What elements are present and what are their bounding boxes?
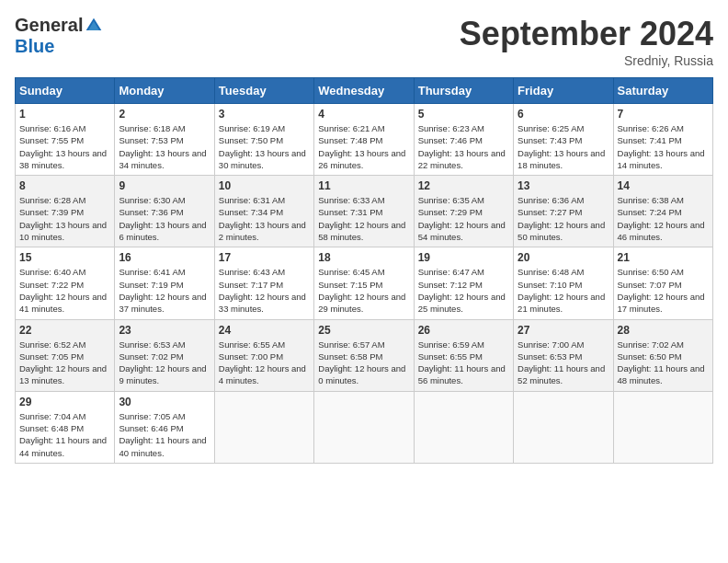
day-number: 29 — [19, 396, 110, 408]
day-info: Sunrise: 7:00 AM Sunset: 6:53 PM Dayligh… — [518, 339, 609, 387]
day-info: Sunrise: 6:52 AM Sunset: 7:05 PM Dayligh… — [19, 339, 110, 387]
logo-blue-text: Blue — [15, 36, 54, 57]
day-number: 17 — [219, 251, 310, 264]
day-number: 26 — [418, 324, 509, 337]
calendar-cell: 21 Sunrise: 6:50 AM Sunset: 7:07 PM Dayl… — [613, 247, 712, 319]
day-info: Sunrise: 6:45 AM Sunset: 7:15 PM Dayligh… — [318, 266, 409, 315]
day-number: 23 — [119, 324, 210, 337]
day-info: Sunrise: 7:05 AM Sunset: 6:46 PM Dayligh… — [119, 410, 210, 459]
col-thursday: Thursday — [414, 78, 513, 104]
month-title: September 2024 — [460, 15, 713, 53]
day-number: 1 — [19, 108, 110, 121]
day-number: 9 — [119, 179, 210, 192]
day-info: Sunrise: 6:43 AM Sunset: 7:17 PM Dayligh… — [219, 266, 310, 315]
logo: General Blue — [15, 15, 103, 57]
day-number: 4 — [318, 108, 409, 121]
day-info: Sunrise: 6:40 AM Sunset: 7:22 PM Dayligh… — [19, 266, 110, 315]
calendar-cell: 5 Sunrise: 6:23 AM Sunset: 7:46 PM Dayli… — [414, 104, 513, 176]
day-info: Sunrise: 6:41 AM Sunset: 7:19 PM Dayligh… — [119, 266, 210, 315]
day-info: Sunrise: 6:18 AM Sunset: 7:53 PM Dayligh… — [119, 122, 210, 171]
calendar-cell — [214, 391, 313, 463]
day-info: Sunrise: 6:31 AM Sunset: 7:34 PM Dayligh… — [219, 194, 310, 243]
calendar-cell: 16 Sunrise: 6:41 AM Sunset: 7:19 PM Dayl… — [115, 247, 214, 319]
day-number: 8 — [19, 179, 110, 192]
day-number: 13 — [518, 179, 609, 192]
calendar-cell: 26 Sunrise: 6:59 AM Sunset: 6:55 PM Dayl… — [414, 319, 513, 391]
day-number: 12 — [418, 179, 509, 192]
col-tuesday: Tuesday — [214, 78, 313, 104]
calendar-cell: 15 Sunrise: 6:40 AM Sunset: 7:22 PM Dayl… — [16, 247, 115, 319]
col-friday: Friday — [514, 78, 613, 104]
day-number: 19 — [418, 251, 509, 264]
calendar-cell — [514, 391, 613, 463]
day-info: Sunrise: 6:48 AM Sunset: 7:10 PM Dayligh… — [518, 266, 609, 315]
calendar-cell: 1 Sunrise: 6:16 AM Sunset: 7:55 PM Dayli… — [16, 104, 115, 176]
day-info: Sunrise: 6:26 AM Sunset: 7:41 PM Dayligh… — [618, 122, 709, 171]
calendar-cell: 4 Sunrise: 6:21 AM Sunset: 7:48 PM Dayli… — [314, 104, 414, 176]
calendar-cell: 18 Sunrise: 6:45 AM Sunset: 7:15 PM Dayl… — [314, 247, 414, 319]
calendar-table: Sunday Monday Tuesday Wednesday Thursday… — [15, 77, 713, 464]
day-number: 2 — [119, 108, 210, 121]
day-info: Sunrise: 6:55 AM Sunset: 7:00 PM Dayligh… — [219, 339, 310, 387]
calendar-cell: 2 Sunrise: 6:18 AM Sunset: 7:53 PM Dayli… — [115, 104, 214, 176]
calendar-cell: 30 Sunrise: 7:05 AM Sunset: 6:46 PM Dayl… — [115, 391, 214, 463]
logo-icon — [85, 17, 103, 35]
calendar-cell: 3 Sunrise: 6:19 AM Sunset: 7:50 PM Dayli… — [214, 104, 313, 176]
calendar-week-row: 1 Sunrise: 6:16 AM Sunset: 7:55 PM Dayli… — [16, 104, 713, 176]
col-wednesday: Wednesday — [314, 78, 414, 104]
day-number: 24 — [219, 324, 310, 337]
col-saturday: Saturday — [613, 78, 712, 104]
col-sunday: Sunday — [16, 78, 115, 104]
calendar-cell: 17 Sunrise: 6:43 AM Sunset: 7:17 PM Dayl… — [214, 247, 313, 319]
calendar-week-row: 15 Sunrise: 6:40 AM Sunset: 7:22 PM Dayl… — [16, 247, 713, 319]
calendar-cell: 25 Sunrise: 6:57 AM Sunset: 6:58 PM Dayl… — [314, 319, 414, 391]
day-number: 18 — [318, 251, 409, 264]
day-info: Sunrise: 6:53 AM Sunset: 7:02 PM Dayligh… — [119, 339, 210, 387]
day-number: 10 — [219, 179, 310, 192]
page-header: General Blue September 2024 Sredniy, Rus… — [15, 15, 713, 68]
day-info: Sunrise: 6:38 AM Sunset: 7:24 PM Dayligh… — [618, 194, 709, 243]
day-number: 30 — [119, 396, 210, 408]
day-number: 11 — [318, 179, 409, 192]
day-info: Sunrise: 6:30 AM Sunset: 7:36 PM Dayligh… — [119, 194, 210, 243]
day-number: 20 — [518, 251, 609, 264]
day-number: 21 — [618, 251, 709, 264]
day-info: Sunrise: 6:23 AM Sunset: 7:46 PM Dayligh… — [418, 122, 509, 171]
calendar-cell: 24 Sunrise: 6:55 AM Sunset: 7:00 PM Dayl… — [214, 319, 313, 391]
day-number: 25 — [318, 324, 409, 337]
day-info: Sunrise: 6:59 AM Sunset: 6:55 PM Dayligh… — [418, 339, 509, 387]
day-info: Sunrise: 6:25 AM Sunset: 7:43 PM Dayligh… — [518, 122, 609, 171]
day-info: Sunrise: 7:02 AM Sunset: 6:50 PM Dayligh… — [618, 339, 709, 387]
location: Sredniy, Russia — [460, 53, 713, 68]
calendar-cell: 22 Sunrise: 6:52 AM Sunset: 7:05 PM Dayl… — [16, 319, 115, 391]
calendar-cell: 29 Sunrise: 7:04 AM Sunset: 6:48 PM Dayl… — [16, 391, 115, 463]
day-info: Sunrise: 6:28 AM Sunset: 7:39 PM Dayligh… — [19, 194, 110, 243]
calendar-cell: 6 Sunrise: 6:25 AM Sunset: 7:43 PM Dayli… — [514, 104, 613, 176]
calendar-cell — [314, 391, 414, 463]
day-info: Sunrise: 6:50 AM Sunset: 7:07 PM Dayligh… — [618, 266, 709, 315]
calendar-cell: 7 Sunrise: 6:26 AM Sunset: 7:41 PM Dayli… — [613, 104, 712, 176]
calendar-cell: 28 Sunrise: 7:02 AM Sunset: 6:50 PM Dayl… — [613, 319, 712, 391]
day-number: 6 — [518, 108, 609, 121]
calendar-cell: 13 Sunrise: 6:36 AM Sunset: 7:27 PM Dayl… — [514, 176, 613, 247]
day-number: 5 — [418, 108, 509, 121]
day-number: 3 — [219, 108, 310, 121]
calendar-cell: 10 Sunrise: 6:31 AM Sunset: 7:34 PM Dayl… — [214, 176, 313, 247]
calendar-week-row: 29 Sunrise: 7:04 AM Sunset: 6:48 PM Dayl… — [16, 391, 713, 463]
day-info: Sunrise: 6:19 AM Sunset: 7:50 PM Dayligh… — [219, 122, 310, 171]
day-number: 16 — [119, 251, 210, 264]
day-info: Sunrise: 6:16 AM Sunset: 7:55 PM Dayligh… — [19, 122, 110, 171]
calendar-cell: 20 Sunrise: 6:48 AM Sunset: 7:10 PM Dayl… — [514, 247, 613, 319]
day-info: Sunrise: 6:21 AM Sunset: 7:48 PM Dayligh… — [318, 122, 409, 171]
day-number: 14 — [618, 179, 709, 192]
day-number: 27 — [518, 324, 609, 337]
day-number: 22 — [19, 324, 110, 337]
title-area: September 2024 Sredniy, Russia — [460, 15, 713, 68]
logo-general-text: General — [15, 15, 83, 36]
day-info: Sunrise: 6:57 AM Sunset: 6:58 PM Dayligh… — [318, 339, 409, 387]
calendar-cell: 14 Sunrise: 6:38 AM Sunset: 7:24 PM Dayl… — [613, 176, 712, 247]
day-number: 7 — [618, 108, 709, 121]
day-info: Sunrise: 6:36 AM Sunset: 7:27 PM Dayligh… — [518, 194, 609, 243]
calendar-cell: 12 Sunrise: 6:35 AM Sunset: 7:29 PM Dayl… — [414, 176, 513, 247]
calendar-header-row: Sunday Monday Tuesday Wednesday Thursday… — [16, 78, 713, 104]
